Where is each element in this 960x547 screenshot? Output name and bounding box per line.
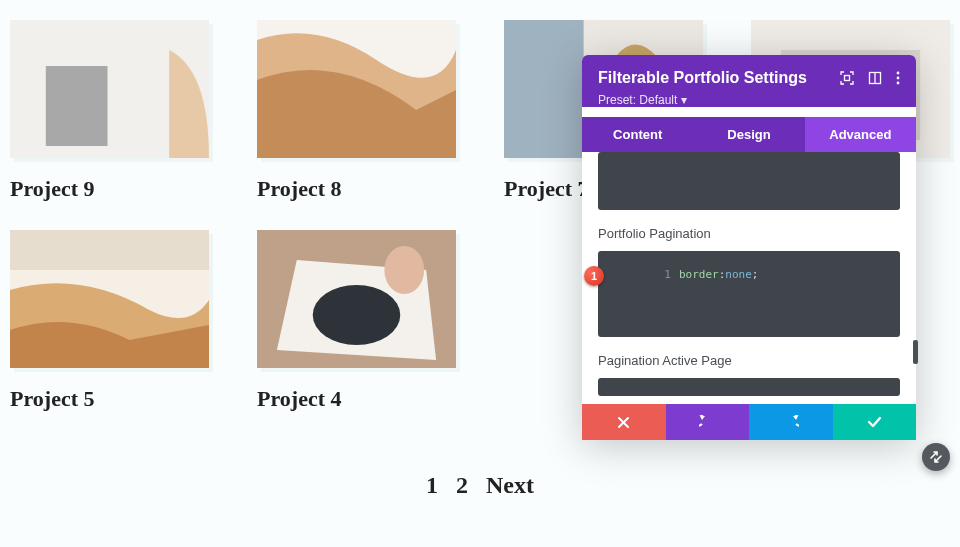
- pagination: 1 2 Next: [0, 472, 960, 499]
- section-label-pagination: Portfolio Pagination: [598, 226, 900, 241]
- svg-rect-4: [504, 20, 584, 158]
- cancel-button[interactable]: [582, 404, 666, 440]
- resize-handle[interactable]: [922, 443, 950, 471]
- tabs: Content Design Advanced: [582, 117, 916, 152]
- expand-icon[interactable]: [840, 71, 854, 85]
- line-number: 1: [657, 268, 671, 281]
- svg-marker-23: [793, 416, 798, 420]
- code-editor-prev[interactable]: [598, 152, 900, 210]
- tab-design[interactable]: Design: [693, 117, 804, 152]
- page-next[interactable]: Next: [486, 472, 534, 498]
- panel-footer: [582, 404, 916, 440]
- thumbnail[interactable]: [257, 20, 456, 158]
- thumbnail[interactable]: [10, 230, 209, 368]
- css-semi: ;: [752, 268, 759, 281]
- section-label-active: Pagination Active Page: [598, 353, 900, 368]
- preset-label[interactable]: Preset: Default ▾: [598, 93, 900, 107]
- svg-point-19: [897, 82, 900, 85]
- css-value: none: [725, 268, 752, 281]
- more-icon[interactable]: [896, 71, 900, 85]
- panel-header: Filterable Portfolio Settings Preset: De…: [582, 55, 916, 107]
- portfolio-title: Project 9: [10, 176, 209, 202]
- svg-rect-1: [46, 66, 108, 146]
- page-1[interactable]: 1: [426, 472, 438, 498]
- page-2[interactable]: 2: [456, 472, 468, 498]
- annotation-badge-1: 1: [584, 266, 604, 286]
- code-editor-active[interactable]: 1: [598, 378, 900, 396]
- code-editor-pagination[interactable]: 1border:none;: [598, 251, 900, 337]
- layout-icon[interactable]: [868, 71, 882, 85]
- undo-button[interactable]: [666, 404, 750, 440]
- css-property: border: [679, 268, 719, 281]
- portfolio-title: Project 5: [10, 386, 209, 412]
- portfolio-item[interactable]: Project 5: [10, 230, 209, 412]
- svg-point-13: [384, 246, 424, 294]
- tab-content[interactable]: Content: [582, 117, 693, 152]
- settings-panel: Filterable Portfolio Settings Preset: De…: [582, 55, 916, 440]
- line-number: 1: [657, 395, 671, 396]
- panel-title: Filterable Portfolio Settings: [598, 69, 807, 87]
- svg-point-17: [897, 72, 900, 75]
- thumbnail[interactable]: [257, 230, 456, 368]
- svg-point-18: [897, 77, 900, 80]
- portfolio-item[interactable]: Project 8: [257, 20, 456, 202]
- redo-button[interactable]: [749, 404, 833, 440]
- portfolio-item[interactable]: Project 9: [10, 20, 209, 202]
- svg-marker-22: [700, 416, 705, 420]
- svg-rect-14: [845, 76, 850, 81]
- svg-point-12: [313, 285, 401, 345]
- scrollbar-thumb[interactable]: [913, 340, 918, 364]
- save-button[interactable]: [833, 404, 917, 440]
- thumbnail[interactable]: [10, 20, 209, 158]
- tab-advanced[interactable]: Advanced: [805, 117, 916, 152]
- panel-body: Portfolio Pagination 1border:none; Pagin…: [582, 152, 916, 404]
- portfolio-title: Project 8: [257, 176, 456, 202]
- portfolio-title: Project 4: [257, 386, 456, 412]
- portfolio-item[interactable]: Project 4: [257, 230, 456, 412]
- svg-rect-9: [10, 230, 209, 270]
